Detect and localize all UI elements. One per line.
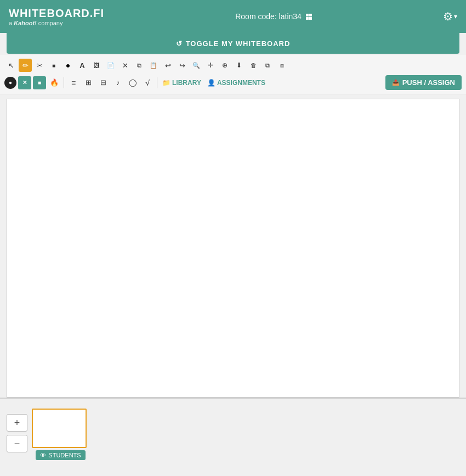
caret-icon: ▾ [454, 13, 457, 20]
refresh-icon: ↺ [176, 39, 183, 48]
whiteboard-canvas[interactable] [7, 99, 459, 398]
grid-tool[interactable]: ⊞ [82, 76, 95, 89]
scissors-tool[interactable]: ✂ [33, 59, 46, 72]
whiteboard-wrapper [0, 94, 466, 398]
add-page-button[interactable]: + [7, 414, 27, 432]
undo-tool[interactable]: ↩ [161, 59, 174, 72]
logo: WHITEBOARD.fi a Kahoot! company [9, 7, 104, 26]
grid2-tool[interactable]: ⊟ [96, 76, 110, 89]
assignments-button[interactable]: 👤 ASSIGNMENTS [205, 78, 268, 88]
push-assign-label: PUSH / ASSIGN [402, 78, 455, 87]
toggle-label: ↺ TOGGLE MY WHITEBOARD [176, 39, 291, 48]
document-tool[interactable]: 📄 [104, 59, 117, 72]
library-button[interactable]: 📁 LIBRARY [160, 78, 203, 88]
room-code-label: Room code: latin34 [235, 12, 302, 21]
header-right: ⚙ ▾ [443, 10, 457, 23]
header: WHITEBOARD.fi a Kahoot! company Room cod… [0, 0, 466, 33]
page-thumbnail-area: 👁 STUDENTS [32, 403, 87, 460]
toolbar-row2-left: ● ✕ ■ 🔥 ≡ ⊞ ⊟ ♪ ◯ √ 📁 LIBRARY 👤 ASSIGNME… [4, 76, 268, 89]
students-eye-icon: 👁 [40, 452, 46, 458]
toolbar-row2: ● ✕ ■ 🔥 ≡ ⊞ ⊟ ♪ ◯ √ 📁 LIBRARY 👤 ASSIGNME… [4, 73, 462, 92]
students-label: STUDENTS [48, 452, 81, 458]
redo-tool[interactable]: ↪ [175, 59, 189, 72]
library-label: LIBRARY [172, 79, 201, 87]
remove-page-button[interactable]: − [7, 435, 27, 452]
zoom-search-tool[interactable]: 🔍 [190, 59, 203, 72]
circle-outline-tool[interactable]: ◯ [126, 76, 139, 89]
toolbar: ↖ ✏ ✂ ■ ● A 🖼 📄 ✕ ⧉ 📋 ↩ ↪ 🔍 ✛ ⊕ ⬇ 🗑 ⧉ ⧈ … [0, 55, 466, 94]
teal-close-tool[interactable]: ✕ [18, 76, 31, 89]
text-tool[interactable]: A [76, 59, 89, 72]
image-tool[interactable]: 🖼 [90, 59, 103, 72]
toggle-whiteboard-bar[interactable]: ↺ TOGGLE MY WHITEBOARD [7, 33, 459, 54]
assignments-icon: 👤 [207, 79, 215, 87]
room-code-area: Room code: latin34 [235, 12, 312, 21]
rectangle-tool[interactable]: ■ [47, 59, 60, 72]
circle-tool[interactable]: ● [61, 59, 75, 72]
assignments-label: ASSIGNMENTS [217, 79, 265, 87]
layers2-tool[interactable]: ⧈ [275, 59, 288, 72]
bottom-panel: + − 👁 STUDENTS [0, 398, 466, 455]
push-icon: 📤 [392, 79, 400, 86]
layers-tool[interactable]: ⧉ [261, 59, 274, 72]
delete-tool[interactable]: 🗑 [247, 59, 260, 72]
separator2 [157, 77, 157, 88]
pencil-tool[interactable]: ✏ [19, 59, 32, 72]
push-assign-button[interactable]: 📤 PUSH / ASSIGN [385, 75, 462, 90]
page-controls: + − [7, 414, 27, 452]
logo-text: WHITEBOARD.fi [9, 7, 104, 20]
zoom-plus-tool[interactable]: ⊕ [218, 59, 231, 72]
cursor-tool[interactable]: ↖ [4, 59, 18, 72]
math-tool[interactable]: √ [141, 76, 154, 89]
teal-square-tool[interactable]: ■ [33, 76, 46, 89]
page-thumbnail[interactable] [32, 409, 87, 448]
separator1 [64, 77, 64, 88]
music-tool[interactable]: ♪ [111, 76, 124, 89]
grid-icon [306, 14, 312, 20]
cross-tool[interactable]: ✕ [118, 59, 132, 72]
gear-icon: ⚙ [443, 10, 453, 23]
students-badge[interactable]: 👁 STUDENTS [36, 450, 85, 460]
black-circle-tool[interactable]: ● [4, 77, 16, 89]
lines-tool[interactable]: ≡ [67, 76, 80, 89]
logo-sub: a Kahoot! company [9, 20, 104, 26]
move-tool[interactable]: ✛ [204, 59, 217, 72]
duplicate-tool[interactable]: ⧉ [133, 59, 146, 72]
flame-tool[interactable]: 🔥 [48, 76, 61, 89]
library-icon: 📁 [162, 79, 171, 87]
download-tool[interactable]: ⬇ [232, 59, 246, 72]
paste-tool[interactable]: 📋 [147, 59, 160, 72]
settings-button[interactable]: ⚙ ▾ [443, 10, 457, 23]
toolbar-row1: ↖ ✏ ✂ ■ ● A 🖼 📄 ✕ ⧉ 📋 ↩ ↪ 🔍 ✛ ⊕ ⬇ 🗑 ⧉ ⧈ [4, 57, 462, 73]
